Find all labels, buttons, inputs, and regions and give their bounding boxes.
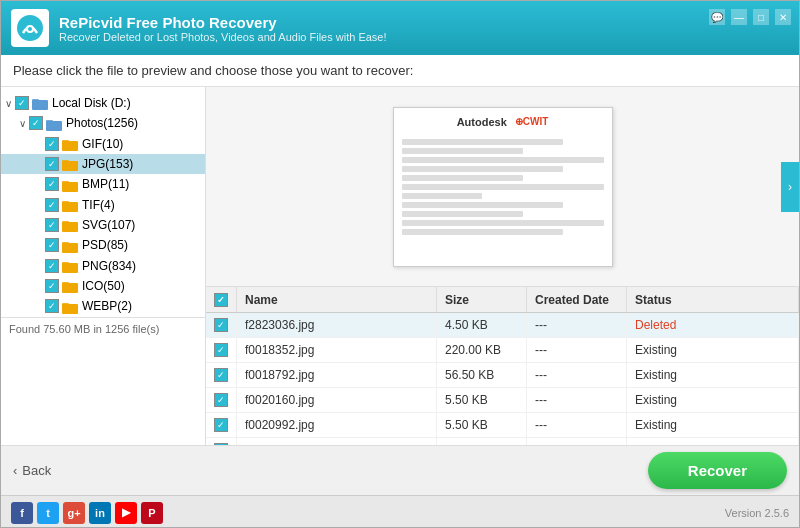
tree-item[interactable]: GIF(10) bbox=[1, 134, 205, 154]
svg-rect-8 bbox=[62, 140, 69, 144]
tree-item[interactable]: WEBP(2) bbox=[1, 296, 205, 316]
tree-item[interactable]: ∨ Local Disk (D:) bbox=[1, 93, 205, 113]
social-icons: ftg+in▶P bbox=[11, 502, 163, 524]
table-row[interactable]: f0018352.jpg220.00 KB---Existing bbox=[206, 338, 799, 363]
tree-item-checkbox[interactable] bbox=[45, 218, 59, 232]
close-button[interactable]: ✕ bbox=[775, 9, 791, 25]
tree-item-checkbox[interactable] bbox=[15, 96, 29, 110]
social-icon-facebook[interactable]: f bbox=[11, 502, 33, 524]
folder-icon bbox=[62, 259, 82, 273]
tree-item[interactable]: PNG(834) bbox=[1, 256, 205, 276]
back-button[interactable]: ‹ Back bbox=[13, 463, 51, 478]
tree-item-checkbox[interactable] bbox=[45, 137, 59, 151]
tree-item[interactable]: TIF(4) bbox=[1, 195, 205, 215]
tree-expand-arrow[interactable]: ∨ bbox=[5, 98, 12, 109]
table-row[interactable]: f0020160.jpg5.50 KB---Existing bbox=[206, 388, 799, 413]
tree-item-label: PSD(85) bbox=[82, 238, 201, 252]
minimize-button[interactable]: — bbox=[731, 9, 747, 25]
preview-image: Autodesk ⊕CWIT bbox=[393, 107, 613, 267]
tree-item[interactable]: ∨ Photos(1256) bbox=[1, 113, 205, 133]
tree-item[interactable]: JPG(153) bbox=[1, 154, 205, 174]
folder-icon bbox=[62, 137, 82, 151]
row-checkbox-cell[interactable] bbox=[206, 438, 237, 446]
tree-item-checkbox[interactable] bbox=[45, 177, 59, 191]
preview-lines bbox=[402, 136, 604, 238]
row-checkbox[interactable] bbox=[214, 393, 228, 407]
row-size: 4.50 KB bbox=[437, 438, 527, 446]
row-checkbox[interactable] bbox=[214, 318, 228, 332]
tree-expand-arrow[interactable]: ∨ bbox=[19, 118, 26, 129]
row-status: Existing bbox=[627, 338, 799, 363]
recover-button[interactable]: Recover bbox=[648, 452, 787, 489]
row-size: 5.50 KB bbox=[437, 388, 527, 413]
tree-item-label: SVG(107) bbox=[82, 218, 201, 232]
tree-item[interactable]: SVG(107) bbox=[1, 215, 205, 235]
preview-area: Autodesk ⊕CWIT bbox=[206, 87, 799, 287]
tree-item[interactable]: BMP(11) bbox=[1, 174, 205, 194]
social-icon-googleplus[interactable]: g+ bbox=[63, 502, 85, 524]
tree-item-label: GIF(10) bbox=[82, 137, 201, 151]
preview-logos: Autodesk ⊕CWIT bbox=[457, 116, 549, 128]
folder-icon bbox=[62, 218, 82, 232]
maximize-button[interactable]: □ bbox=[753, 9, 769, 25]
row-checkbox-cell[interactable] bbox=[206, 388, 237, 413]
row-size: 5.50 KB bbox=[437, 413, 527, 438]
folder-icon bbox=[32, 96, 52, 110]
social-icon-linkedin[interactable]: in bbox=[89, 502, 111, 524]
row-checkbox-cell[interactable] bbox=[206, 338, 237, 363]
svg-rect-10 bbox=[62, 160, 69, 164]
social-icon-pinterest[interactable]: P bbox=[141, 502, 163, 524]
row-checkbox-cell[interactable] bbox=[206, 413, 237, 438]
tree-item-label: TIF(4) bbox=[82, 198, 201, 212]
tree-item-checkbox[interactable] bbox=[29, 116, 43, 130]
tree-item-checkbox[interactable] bbox=[45, 238, 59, 252]
table-header-size: Size bbox=[437, 287, 527, 313]
preview-line bbox=[402, 148, 523, 154]
row-name: f0020992.jpg bbox=[237, 413, 437, 438]
tree-item-checkbox[interactable] bbox=[45, 198, 59, 212]
folder-icon bbox=[62, 198, 82, 212]
tree-item[interactable]: PSD(85) bbox=[1, 235, 205, 255]
row-date: --- bbox=[527, 438, 627, 446]
social-icon-youtube[interactable]: ▶ bbox=[115, 502, 137, 524]
row-checkbox-cell[interactable] bbox=[206, 363, 237, 388]
table-row[interactable]: f2823036.jpg4.50 KB---Deleted bbox=[206, 313, 799, 338]
preview-line bbox=[402, 220, 604, 226]
folder-icon bbox=[62, 238, 82, 252]
tree-item-checkbox[interactable] bbox=[45, 259, 59, 273]
row-checkbox-cell[interactable] bbox=[206, 313, 237, 338]
chat-button[interactable]: 💬 bbox=[709, 9, 725, 25]
tree-item-label: WEBP(2) bbox=[82, 299, 201, 313]
table-header-check[interactable] bbox=[206, 287, 237, 313]
bottom-bar: ‹ Back Recover bbox=[1, 445, 799, 495]
preview-line bbox=[402, 193, 483, 199]
tree-item-checkbox[interactable] bbox=[45, 299, 59, 313]
table-row[interactable]: f0020992.jpg5.50 KB---Existing bbox=[206, 413, 799, 438]
row-checkbox[interactable] bbox=[214, 418, 228, 432]
row-date: --- bbox=[527, 388, 627, 413]
tree-item[interactable]: ICO(50) bbox=[1, 276, 205, 296]
tree-item-checkbox[interactable] bbox=[45, 279, 59, 293]
row-date: --- bbox=[527, 363, 627, 388]
select-all-checkbox[interactable] bbox=[214, 293, 228, 307]
social-bar: ftg+in▶P Version 2.5.6 bbox=[1, 495, 799, 528]
table-row[interactable]: f0021136.jpg4.50 KB---Existing bbox=[206, 438, 799, 446]
svg-rect-6 bbox=[46, 120, 53, 124]
row-checkbox[interactable] bbox=[214, 343, 228, 357]
scroll-right-arrow[interactable]: › bbox=[781, 162, 799, 212]
svg-rect-12 bbox=[62, 181, 69, 185]
table-row[interactable]: f0018792.jpg56.50 KB---Existing bbox=[206, 363, 799, 388]
cwit-logo: ⊕CWIT bbox=[515, 116, 549, 128]
row-status: Deleted bbox=[627, 313, 799, 338]
row-checkbox[interactable] bbox=[214, 443, 228, 445]
folder-icon bbox=[46, 116, 66, 130]
row-checkbox[interactable] bbox=[214, 368, 228, 382]
preview-line bbox=[402, 184, 604, 190]
social-icon-twitter[interactable]: t bbox=[37, 502, 59, 524]
preview-line bbox=[402, 139, 564, 145]
svg-point-2 bbox=[28, 27, 32, 31]
tree-item-checkbox[interactable] bbox=[45, 157, 59, 171]
content-area: ∨ Local Disk (D:)∨ Photos(1256) GIF(10) … bbox=[1, 87, 799, 445]
svg-rect-18 bbox=[62, 242, 69, 246]
app-logo bbox=[11, 9, 49, 47]
